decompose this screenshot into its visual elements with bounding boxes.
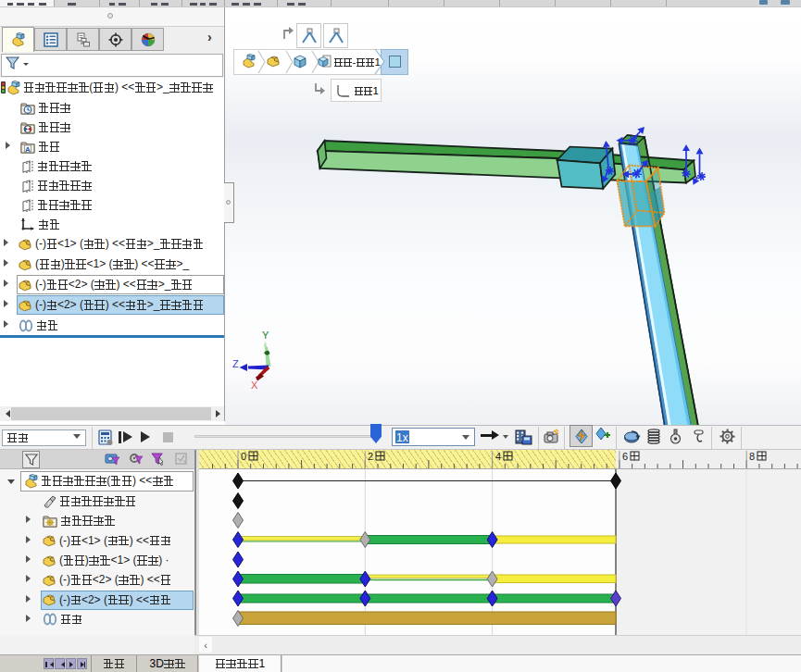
svg-text:4: 4	[495, 451, 501, 462]
svg-text:Y: Y	[262, 330, 269, 341]
svg-text:A: A	[25, 145, 31, 154]
svg-text:X: X	[251, 380, 258, 391]
svg-text:0: 0	[241, 451, 246, 462]
svg-text:6: 6	[622, 451, 628, 462]
svg-text:8: 8	[749, 451, 755, 462]
svg-text:Z: Z	[232, 358, 239, 369]
svg-text:2: 2	[368, 451, 373, 462]
